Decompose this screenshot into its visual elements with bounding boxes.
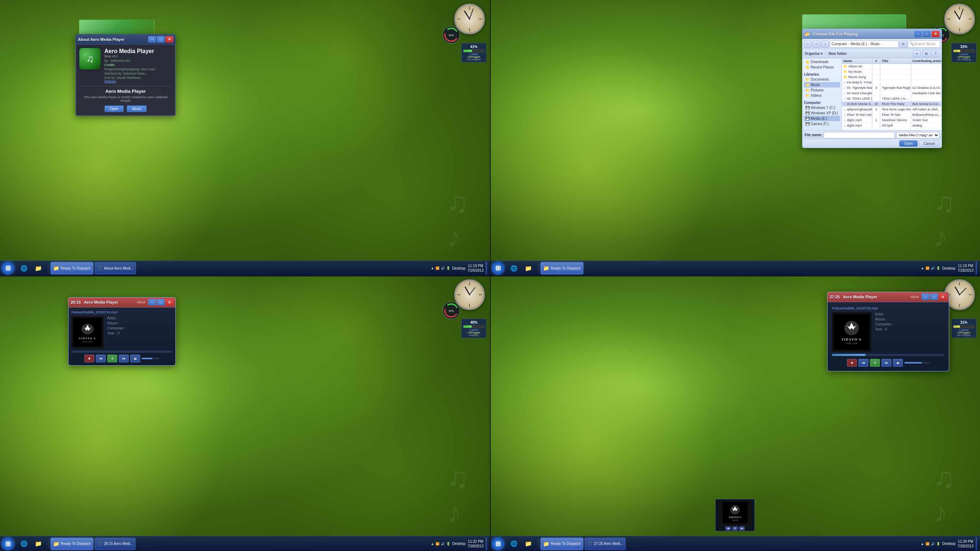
- taskbar-dispatch-btn-tr[interactable]: 📁 Ready To Dispatch: [541, 262, 583, 274]
- player-window-bl[interactable]: 26:15 Aero Media Player About ─ □ ✕ Podc…: [68, 297, 176, 366]
- taskbar-player-btn-bl[interactable]: 🎵 26:15 Aero Medi...: [95, 538, 135, 550]
- fc-row-bobsinclar[interactable]: ♫20.Bob Sinclar & Cu... 20 Rock This Par…: [842, 102, 942, 107]
- fc-minimize-button[interactable]: ─: [914, 31, 922, 37]
- fc-nav-videos[interactable]: 📁 Videos: [804, 93, 840, 98]
- start-button-tr[interactable]: ⊞: [492, 262, 504, 275]
- fc-row-mymusic[interactable]: 📁My Music: [842, 69, 942, 75]
- player-titlebar-bl[interactable]: 26:15 Aero Media Player About ─ □ ✕: [68, 297, 175, 308]
- about-maximize-button[interactable]: □: [157, 36, 165, 43]
- fc-row-floridatpain[interactable]: ♫Flo-Rida ft. T-Pain...: [842, 80, 942, 85]
- col-name-header[interactable]: Name: [842, 59, 872, 64]
- fc-nav-d[interactable]: 💾 Windows XP (D:): [804, 110, 840, 116]
- prev-button-br[interactable]: ⏮: [858, 359, 869, 367]
- desktop-label-bl[interactable]: Desktop: [452, 541, 466, 546]
- about-about-button[interactable]: About: [127, 105, 147, 112]
- fc-row-digit2[interactable]: ♫digit2.mp3 Oil Spill analog: [842, 123, 942, 129]
- player-about-link-bl[interactable]: About: [137, 300, 145, 304]
- desktop-label-tr[interactable]: Desktop: [942, 266, 956, 270]
- start-button-bl[interactable]: ⊞: [2, 537, 14, 550]
- fc-search-box[interactable]: 🔍 Search Music: [908, 41, 940, 48]
- taskbar-pin-ie-tl[interactable]: 🌐: [17, 261, 31, 275]
- player-minimize-br[interactable]: ─: [921, 294, 929, 300]
- fc-cancel-button[interactable]: Cancel: [919, 141, 939, 147]
- taskbar-pin-folder-bl[interactable]: 📁: [32, 537, 45, 551]
- fc-newfolder-button[interactable]: New folder: [829, 52, 847, 56]
- player-window-br[interactable]: 27:25 Aero Media Player About ─ □ ✕ Podc…: [827, 292, 949, 372]
- taskbar-dispatch-btn-bl[interactable]: 📁 Ready To Dispatch: [51, 538, 93, 550]
- about-titlebar[interactable]: About Aero Media Player ─ □ ✕: [76, 35, 175, 44]
- fc-nav-music[interactable]: 📁 Music: [804, 82, 840, 87]
- volume-slider-bl[interactable]: [142, 358, 160, 359]
- fc-nav-downloads[interactable]: ⭐ Downloads: [804, 59, 840, 65]
- start-button-br[interactable]: ⊞: [492, 537, 504, 550]
- fc-nav-docs[interactable]: 📁 Documents: [804, 77, 840, 82]
- start-button-tl[interactable]: ⊞: [2, 262, 14, 275]
- player-maximize-bl[interactable]: □: [157, 299, 165, 305]
- about-website-link[interactable]: Website: [104, 79, 172, 83]
- col-artist-header[interactable]: Contributing artists: [911, 59, 942, 64]
- eject-button-br[interactable]: ⏏: [893, 359, 903, 367]
- player-titlebar-br[interactable]: 27:25 Aero Media Player About ─ □ ✕: [827, 292, 949, 302]
- desktop-label-tl[interactable]: Desktop: [452, 266, 466, 270]
- fc-row-tigerstyle[interactable]: ♫03. Tigerstyle feat R... 3 Tigerstyle f…: [842, 85, 942, 91]
- fc-row-tenu[interactable]: ♫08. TENU LEKE (Ai... TENU LEKE ( Ai...: [842, 96, 942, 102]
- player-close-bl[interactable]: ✕: [165, 299, 173, 305]
- fc-up-button[interactable]: ↑: [821, 41, 829, 48]
- thumb-prev-btn[interactable]: ⏮: [725, 526, 731, 530]
- player-close-br[interactable]: ✕: [939, 294, 947, 300]
- taskbar-about-btn-tl[interactable]: 🎵 About Aero Medi...: [95, 262, 136, 274]
- taskbar-dispatch-btn-br[interactable]: 📁 Ready To Dispatch: [541, 538, 583, 550]
- next-button-br[interactable]: ⏭: [881, 359, 891, 367]
- filechooser-window[interactable]: 📂 Choose File For Playing ─ □ ✕ ← → ↑ Co…: [802, 29, 942, 148]
- next-button-bl[interactable]: ⏭: [119, 354, 129, 362]
- thumb-play-btn[interactable]: ⏸: [732, 526, 738, 530]
- fc-row-ajib[interactable]: ♫ajibpremighaazabk... 4 Tera Hone Laga H…: [842, 107, 942, 112]
- col-title-header[interactable]: Title: [880, 59, 911, 64]
- taskbar-pin-folder-tr[interactable]: 📁: [522, 261, 535, 275]
- fc-filename-input[interactable]: [824, 132, 895, 138]
- stop-button-bl[interactable]: ■: [84, 354, 94, 362]
- player-maximize-br[interactable]: □: [930, 294, 938, 300]
- about-window[interactable]: About Aero Media Player ─ □ ✕ ♫ Aero Med…: [75, 34, 176, 116]
- filechooser-titlebar[interactable]: 📂 Choose File For Playing ─ □ ✕: [802, 29, 942, 39]
- fc-nav-e[interactable]: 💾 Media (E:): [804, 116, 840, 121]
- player-progress-bl[interactable]: [72, 351, 173, 353]
- player-about-link-br[interactable]: About: [910, 295, 919, 299]
- fc-open-button[interactable]: Open: [899, 141, 917, 147]
- fc-nav-pictures[interactable]: 📁 Pictures: [804, 87, 840, 93]
- taskbar-edge-tl[interactable]: [486, 262, 487, 275]
- player-minimize-bl[interactable]: ─: [148, 299, 156, 305]
- taskbar-pin-ie-br[interactable]: 🌐: [507, 537, 521, 551]
- volume-slider-br[interactable]: [904, 362, 929, 364]
- fc-row-sarai[interactable]: ♫04 Sarai Choughed... Kandephe Club Mix: [842, 91, 942, 96]
- taskbar-edge-br[interactable]: [976, 537, 977, 550]
- about-close-button[interactable]: ✕: [165, 36, 173, 43]
- fc-view-btn2[interactable]: ⊞: [922, 50, 930, 57]
- fc-maximize-button[interactable]: □: [923, 31, 931, 37]
- about-minimize-button[interactable]: ─: [148, 36, 156, 43]
- fc-row-albumart[interactable]: 📁Album art: [842, 64, 942, 69]
- eject-button-bl[interactable]: ⏏: [130, 354, 140, 362]
- taskbar-pin-ie-bl[interactable]: 🌐: [17, 537, 31, 551]
- stop-button-br[interactable]: ■: [847, 359, 857, 367]
- col-num-header[interactable]: #: [872, 59, 880, 64]
- pause-button-br[interactable]: ⏸: [870, 359, 880, 367]
- about-open-button[interactable]: Open: [104, 105, 124, 112]
- fc-nav-f[interactable]: 💾 Games (F:): [804, 121, 840, 127]
- fc-row-dhantenan[interactable]: ♫Dhan Te Nan.mp3 Dhan Te Nan BollywoodSt…: [842, 112, 942, 118]
- taskbar-pin-folder-tl[interactable]: 📁: [32, 261, 45, 275]
- prev-button-bl[interactable]: ⏮: [96, 354, 106, 362]
- taskbar-edge-tr[interactable]: [976, 262, 977, 275]
- thumb-next-btn[interactable]: ⏭: [739, 526, 745, 530]
- taskbar-edge-bl[interactable]: [486, 537, 487, 550]
- fc-organize-button[interactable]: Organize ▾: [805, 52, 822, 56]
- fc-type-select[interactable]: Media Files (*.mpg;*.avi;*.wma;...: [896, 132, 939, 138]
- fc-close-button[interactable]: ✕: [932, 31, 939, 37]
- fc-help-button[interactable]: ?: [932, 50, 939, 57]
- fc-nav-recent[interactable]: ⭐ Recent Places: [804, 65, 840, 70]
- fc-forward-button[interactable]: →: [813, 41, 820, 48]
- taskbar-pin-folder-br[interactable]: 📁: [522, 537, 535, 551]
- player-progress-br[interactable]: [832, 354, 945, 356]
- fc-back-button[interactable]: ←: [804, 41, 812, 48]
- fc-refresh-button[interactable]: ⟳: [899, 41, 907, 48]
